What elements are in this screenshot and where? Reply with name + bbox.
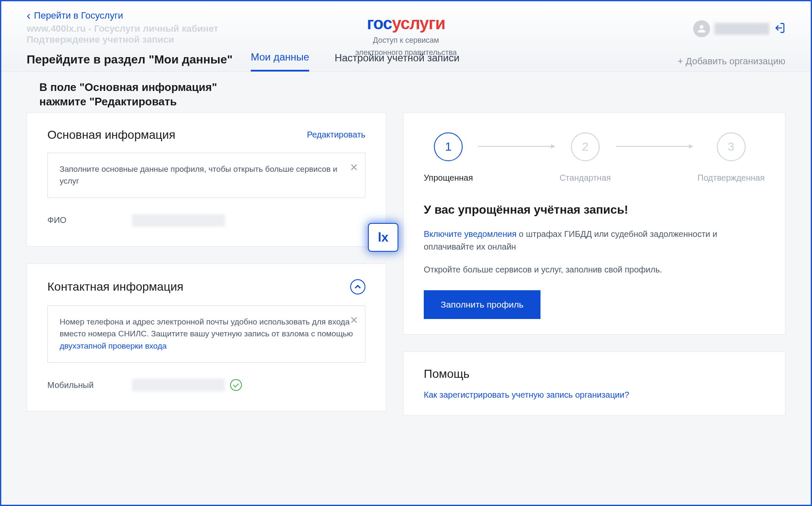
step-2-label: Стандартная <box>560 173 611 183</box>
close-icon[interactable]: ✕ <box>350 160 358 175</box>
step-1-circle: 1 <box>434 132 463 161</box>
sub-instruction: В поле "Основная информация" нажмите "Ре… <box>39 80 811 109</box>
fill-profile-button[interactable]: Заполнить профиль <box>424 290 540 319</box>
step-1-label: Упрощенная <box>424 173 473 183</box>
help-card: Помощь Как зарегистрировать учетную запи… <box>403 352 785 415</box>
logo-part-blue: гос <box>367 14 392 33</box>
contact-info-title: Контактная информация <box>47 280 184 294</box>
logo-part-red: услуги <box>392 14 445 33</box>
more-services-text: Откройте больше сервисов и услуг, заполн… <box>424 263 765 276</box>
enable-notifications-link[interactable]: Включите уведомления <box>424 229 516 239</box>
collapse-toggle[interactable] <box>350 279 365 294</box>
verified-check-icon <box>230 379 242 391</box>
tab-my-data[interactable]: Мои данные <box>251 51 309 72</box>
main-info-notice: ✕ Заполните основные данные профиля, что… <box>47 153 365 198</box>
logo-subtitle-1: Доступ к сервисам <box>355 36 457 45</box>
fio-label: ФИО <box>47 215 132 225</box>
fio-value-redacted <box>132 214 225 227</box>
step-arrow-icon <box>478 146 554 147</box>
user-name-redacted <box>714 23 769 35</box>
help-link-register-org[interactable]: Как зарегистрировать учетную запись орга… <box>424 390 629 399</box>
add-organization-link[interactable]: + Добавить организацию <box>678 56 785 67</box>
account-level-card: 1 Упрощенная 2 Стандартная 3 Подтвержден… <box>403 113 785 335</box>
avatar-icon[interactable] <box>693 20 710 37</box>
help-title: Помощь <box>424 367 765 381</box>
close-icon[interactable]: ✕ <box>350 313 358 328</box>
step-2-circle: 2 <box>571 132 600 161</box>
main-info-card: Основная информация Редактировать ✕ Запо… <box>27 113 386 247</box>
logout-icon[interactable] <box>774 22 785 36</box>
step-3-label: Подтвержденная <box>697 173 765 183</box>
mobile-label: Мобильный <box>47 380 132 390</box>
back-to-gosuslugi-link[interactable]: Перейти в Госуслуги <box>27 10 123 22</box>
edit-main-info-link[interactable]: Редактировать <box>307 130 365 140</box>
account-status-title: У вас упрощённая учётная запись! <box>424 203 765 217</box>
main-info-title: Основная информация <box>47 128 176 142</box>
contact-info-card: Контактная информация ✕ Номер телефона и… <box>27 264 386 412</box>
step-arrow-icon <box>616 146 692 147</box>
tab-account-settings[interactable]: Настройки учетной записи <box>335 52 459 71</box>
mobile-value-redacted <box>132 379 225 391</box>
watermark-badge: lx <box>368 223 398 252</box>
contact-info-notice: ✕ Номер телефона и адрес электронной поч… <box>47 305 365 363</box>
step-3-circle: 3 <box>717 132 746 161</box>
two-factor-link[interactable]: двухэтапной проверки входа <box>60 341 167 350</box>
